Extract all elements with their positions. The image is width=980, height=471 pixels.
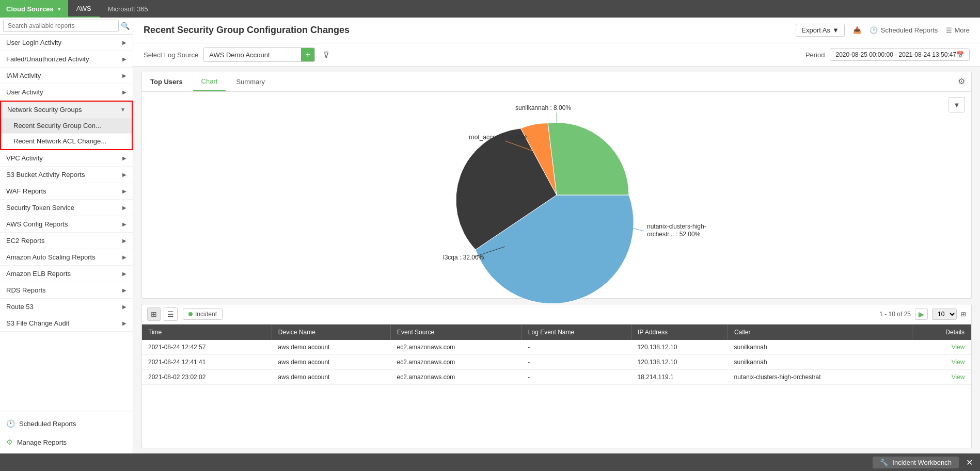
gear-icon: ⚙	[6, 438, 13, 446]
sidebar-item-label: Network Security Groups	[7, 106, 82, 113]
workbench-icon: 🔧	[880, 459, 888, 466]
cell-source: ec2.amazonaws.com	[391, 370, 522, 385]
page-size-select[interactable]: 10 25 50	[932, 308, 957, 320]
manage-reports-button[interactable]: ⚙ Manage Reports	[0, 433, 133, 451]
column-settings-icon[interactable]: ⊞	[961, 311, 966, 318]
col-log-event-name: Log Event Name	[521, 324, 631, 340]
sidebar-item-aws-config[interactable]: AWS Config Reports ▶	[0, 216, 133, 233]
filter-icon[interactable]: ⊽	[323, 50, 329, 60]
sidebar-item-user-activity[interactable]: User Activity ▶	[0, 84, 133, 101]
svg-text:nutanix-clusters-high-: nutanix-clusters-high-	[647, 223, 706, 230]
clock-icon: 🕐	[870, 26, 878, 34]
col-details: Details	[912, 324, 971, 340]
incident-workbench-button[interactable]: 🔧 Incident Workbench	[873, 457, 959, 468]
sidebar-sub-item-recent-network-acl[interactable]: Recent Network ACL Change...	[1, 134, 132, 149]
sidebar-item-ec2-reports[interactable]: EC2 Reports ▶	[0, 233, 133, 249]
chart-section-title: Top Users	[150, 73, 191, 91]
cloud-sources-button[interactable]: Cloud Sources ▼	[0, 0, 68, 18]
clock-icon: 🕐	[6, 419, 15, 428]
sidebar-item-label: EC2 Reports	[6, 237, 44, 245]
export-as-button[interactable]: Export As ▼	[796, 24, 845, 37]
period-label: Period	[805, 51, 825, 59]
col-device-name: Device Name	[272, 324, 390, 340]
svg-text:orchestr... : 52.00%: orchestr... : 52.00%	[647, 231, 701, 238]
cell-device: aws demo account	[272, 340, 390, 355]
chevron-right-icon: ▶	[122, 320, 127, 326]
dropdown-arrow-icon: ▼	[57, 6, 62, 12]
sidebar-item-s3-file-change[interactable]: S3 File Change Audit ▶	[0, 315, 133, 332]
cell-time: 2021-08-02 23:02:02	[142, 370, 272, 385]
sidebar-sub-item-recent-security-group[interactable]: Recent Security Group Con...	[1, 118, 132, 134]
sidebar-item-label: Route 53	[6, 303, 34, 311]
content-header: Recent Security Group Configuration Chan…	[133, 18, 980, 43]
pie-chart: nutanix-clusters-high- orchestr... : 52.…	[381, 102, 732, 288]
sidebar-sub-item-label: Recent Security Group Con...	[13, 122, 101, 129]
scheduled-reports-button[interactable]: 🕐 Scheduled Reports	[0, 414, 133, 433]
cell-source: ec2.amazonaws.com	[391, 340, 522, 355]
sidebar-item-rds-reports[interactable]: RDS Reports ▶	[0, 282, 133, 299]
view-link[interactable]: View	[952, 359, 965, 366]
tab-microsoft365[interactable]: Microsoft 365	[100, 0, 156, 18]
settings-icon[interactable]: ⚙	[958, 76, 965, 86]
search-input[interactable]	[3, 20, 119, 32]
cell-caller: sunilkannah	[728, 355, 912, 370]
col-time: Time	[142, 324, 272, 340]
download-icon-button[interactable]: 📥	[853, 26, 861, 34]
chevron-right-icon: ▶	[122, 56, 127, 62]
chevron-right-icon: ▶	[122, 205, 127, 210]
chevron-right-icon: ▶	[122, 287, 127, 293]
cell-caller: nutanix-clusters-high-orchestrat	[728, 370, 912, 385]
tab-chart[interactable]: Chart	[193, 72, 226, 91]
sidebar-footer: 🕐 Scheduled Reports ⚙ Manage Reports	[0, 412, 133, 453]
chart-section: Top Users Chart Summary ⚙ ▼	[141, 72, 972, 299]
sidebar-item-label: AWS Config Reports	[6, 220, 68, 228]
sidebar-item-route53[interactable]: Route 53 ▶	[0, 299, 133, 315]
list-view-button[interactable]: ☰	[164, 307, 178, 321]
sidebar-item-waf-reports[interactable]: WAF Reports ▶	[0, 183, 133, 200]
view-link[interactable]: View	[952, 344, 965, 351]
sidebar-item-iam-activity[interactable]: IAM Activity ▶	[0, 68, 133, 84]
search-icon[interactable]: 🔍	[121, 22, 130, 30]
grid-view-button[interactable]: ⊞	[147, 307, 161, 321]
list-icon: ☰	[946, 26, 952, 34]
add-log-source-button[interactable]: +	[301, 48, 314, 61]
more-label: More	[954, 26, 970, 34]
table-pagination: 1 - 10 of 25 ▶ 10 25 50 ⊞	[879, 308, 966, 320]
sidebar-item-s3-bucket[interactable]: S3 Bucket Activity Reports ▶	[0, 167, 133, 183]
log-source-input[interactable]	[204, 49, 301, 61]
dropdown-arrow-icon: ▼	[832, 26, 839, 34]
close-workbench-button[interactable]: ✕	[964, 458, 975, 467]
sidebar-item-label: Security Token Service	[6, 204, 74, 212]
sidebar-item-security-token[interactable]: Security Token Service ▶	[0, 200, 133, 216]
col-ip-address: IP Address	[631, 324, 728, 340]
cell-event: -	[521, 370, 631, 385]
col-caller: Caller	[728, 324, 912, 340]
chevron-right-icon: ▶	[122, 221, 127, 227]
cell-device: aws demo account	[272, 355, 390, 370]
more-button[interactable]: ☰ More	[946, 26, 970, 34]
view-link[interactable]: View	[952, 373, 965, 381]
sidebar: 🔍 User Login Activity ▶ Failed/Unauthori…	[0, 18, 133, 453]
sidebar-sub-item-label: Recent Network ACL Change...	[13, 137, 106, 145]
tab-summary[interactable]: Summary	[228, 73, 273, 91]
sidebar-item-amazon-elb[interactable]: Amazon ELB Reports ▶	[0, 266, 133, 282]
chevron-right-icon: ▶	[122, 172, 127, 177]
sidebar-item-amazon-auto-scaling[interactable]: Amazon Auto Scaling Reports ▶	[0, 249, 133, 266]
sidebar-item-label: Amazon Auto Scaling Reports	[6, 253, 96, 261]
sidebar-item-vpc-activity[interactable]: VPC Activity ▶	[0, 150, 133, 167]
period-input[interactable]: 2020-08-25 00:00:00 - 2021-08-24 13:50:4…	[830, 48, 970, 61]
cell-event: -	[521, 340, 631, 355]
next-page-button[interactable]: ▶	[915, 308, 928, 320]
filter-bar: Select Log Source + ⊽ Period 2020-08-25 …	[133, 43, 980, 67]
chart-tabs: Top Users Chart Summary ⚙	[142, 72, 971, 92]
cell-ip: 120.138.12.10	[631, 340, 728, 355]
cell-device: aws demo account	[272, 370, 390, 385]
tab-aws[interactable]: AWS	[68, 0, 100, 18]
incident-badge[interactable]: Incident	[183, 308, 223, 320]
sidebar-item-user-login-activity[interactable]: User Login Activity ▶	[0, 35, 133, 51]
scheduled-reports-header-button[interactable]: 🕐 Scheduled Reports	[870, 26, 938, 34]
pagination-text: 1 - 10 of 25	[879, 311, 911, 318]
sidebar-item-network-security-groups[interactable]: Network Security Groups ▼	[1, 102, 132, 118]
sidebar-item-failed-unauthorized[interactable]: Failed/Unauthorized Activity ▶	[0, 51, 133, 68]
chart-dropdown-button[interactable]: ▼	[949, 97, 965, 112]
